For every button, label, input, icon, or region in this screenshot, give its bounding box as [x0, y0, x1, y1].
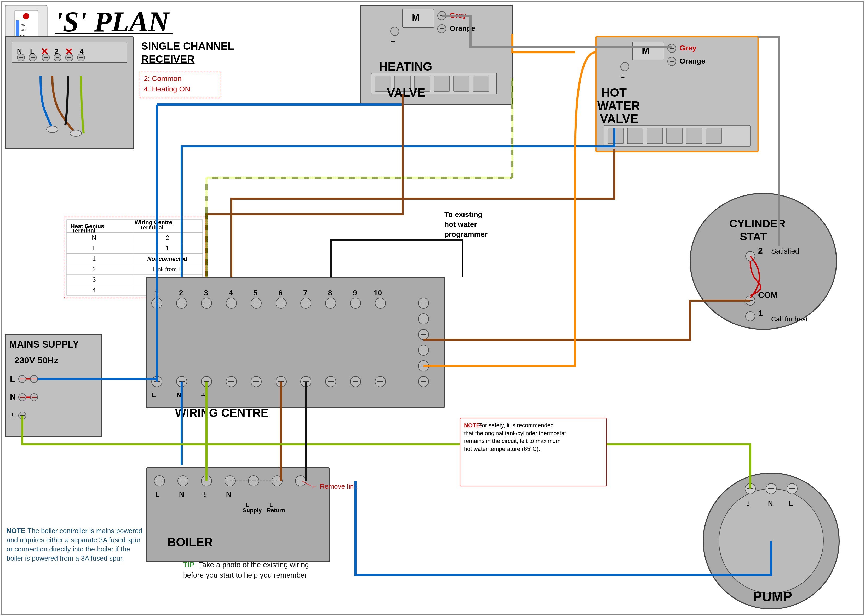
- svg-point-193: [418, 298, 429, 308]
- svg-text:Orange: Orange: [679, 57, 705, 65]
- svg-text:Not connected: Not connected: [148, 277, 187, 283]
- svg-text:Heat Genius: Heat Genius: [71, 223, 104, 229]
- svg-text:5: 5: [165, 286, 169, 294]
- svg-text:◄ ►: ◄ ►: [20, 34, 25, 36]
- svg-text:L: L: [10, 374, 15, 383]
- svg-point-140: [19, 412, 26, 419]
- svg-text:Orange: Orange: [450, 24, 475, 32]
- svg-point-218: [248, 476, 259, 486]
- svg-text:L: L: [156, 490, 160, 498]
- svg-point-212: [178, 476, 188, 486]
- svg-text:HOT: HOT: [601, 86, 627, 99]
- svg-text:PUMP: PUMP: [753, 589, 792, 604]
- svg-rect-268: [1, 1, 864, 615]
- svg-text:ON: ON: [21, 24, 25, 27]
- svg-text:boiler is powered from a 3A fu: boiler is powered from a 3A fused spur.: [6, 554, 124, 562]
- svg-text:1: 1: [92, 255, 96, 262]
- svg-point-165: [300, 298, 311, 308]
- svg-point-185: [300, 376, 311, 387]
- svg-rect-209: [146, 468, 329, 562]
- svg-text:7: 7: [303, 289, 307, 297]
- svg-text:6: 6: [278, 289, 283, 297]
- svg-point-181: [251, 376, 261, 387]
- svg-point-243: [787, 484, 797, 494]
- svg-point-173: [152, 376, 162, 387]
- svg-point-195: [418, 314, 429, 324]
- svg-text:N: N: [226, 490, 231, 498]
- svg-text:The boiler controller is mains: The boiler controller is mains powered: [27, 527, 142, 535]
- svg-rect-113: [132, 264, 203, 274]
- svg-rect-71: [647, 128, 663, 144]
- svg-rect-31: [140, 72, 221, 98]
- svg-text:M: M: [642, 45, 650, 56]
- svg-text:230V 50Hz: 230V 50Hz: [14, 355, 58, 365]
- svg-rect-46: [375, 76, 391, 91]
- svg-rect-72: [667, 128, 682, 144]
- svg-text:programmer: programmer: [444, 230, 488, 238]
- svg-point-187: [326, 376, 336, 387]
- svg-text:hot water: hot water: [444, 220, 477, 228]
- svg-text:N: N: [10, 392, 16, 402]
- svg-point-82: [745, 296, 755, 305]
- svg-text:2: 2: [92, 266, 96, 273]
- svg-rect-142: [146, 277, 444, 408]
- svg-point-63: [621, 63, 629, 71]
- receiver-heading-line2: RECEIVER: [141, 53, 195, 65]
- svg-point-189: [350, 376, 361, 387]
- svg-point-210: [154, 476, 165, 486]
- svg-rect-116: [67, 274, 132, 285]
- title-text: 'S' PLAN: [55, 6, 170, 38]
- svg-point-237: [703, 473, 839, 609]
- svg-rect-100: [67, 233, 132, 243]
- svg-point-18: [29, 54, 36, 61]
- svg-point-197: [418, 329, 429, 340]
- svg-text:9: 9: [353, 289, 357, 297]
- svg-point-155: [176, 298, 187, 308]
- svg-text:HEATING: HEATING: [379, 60, 432, 73]
- svg-text:5: 5: [253, 289, 258, 297]
- svg-text:NOTE: NOTE: [6, 527, 25, 535]
- svg-text:✕: ✕: [65, 46, 73, 57]
- svg-text:L: L: [246, 502, 249, 508]
- svg-text:L: L: [789, 500, 793, 507]
- svg-point-169: [350, 298, 361, 308]
- svg-text:or connection directly into th: or connection directly into the boiler i…: [6, 545, 130, 553]
- svg-rect-121: [132, 285, 203, 295]
- svg-rect-50: [453, 76, 469, 91]
- svg-point-191: [375, 376, 385, 387]
- svg-text:4: 4: [80, 47, 83, 55]
- svg-rect-108: [67, 253, 132, 264]
- svg-text:M: M: [412, 12, 420, 23]
- svg-point-78: [745, 251, 755, 261]
- svg-text:⏚: ⏚: [621, 72, 625, 80]
- svg-text:L: L: [152, 391, 156, 399]
- svg-point-171: [375, 298, 385, 308]
- svg-text:Grey: Grey: [679, 44, 697, 52]
- svg-point-179: [226, 376, 237, 387]
- svg-text:2: 2: [165, 234, 169, 241]
- svg-point-17: [17, 54, 25, 61]
- svg-point-136: [30, 394, 38, 401]
- svg-text:L: L: [30, 47, 34, 55]
- svg-text:1: 1: [165, 245, 169, 252]
- svg-rect-54: [596, 36, 758, 152]
- svg-rect-74: [706, 128, 722, 144]
- svg-point-203: [418, 376, 429, 387]
- svg-text:2: 2: [179, 289, 183, 297]
- svg-rect-47: [395, 76, 410, 91]
- svg-text:and requires either a separate: and requires either a separate 3A fused …: [6, 536, 141, 544]
- svg-rect-3: [14, 11, 38, 47]
- svg-text:1: 1: [758, 309, 763, 318]
- svg-rect-10: [12, 42, 127, 63]
- svg-text:Not connected: Not connected: [148, 256, 187, 262]
- svg-text:3: 3: [92, 276, 96, 283]
- svg-text:2: 2: [55, 47, 58, 55]
- svg-point-38: [437, 25, 446, 33]
- svg-rect-93: [64, 217, 205, 298]
- svg-rect-45: [371, 73, 497, 94]
- svg-point-238: [719, 489, 823, 593]
- svg-rect-69: [608, 128, 623, 144]
- svg-text:⏚: ⏚: [10, 410, 15, 420]
- svg-point-57: [668, 44, 676, 52]
- svg-text:L: L: [92, 245, 96, 252]
